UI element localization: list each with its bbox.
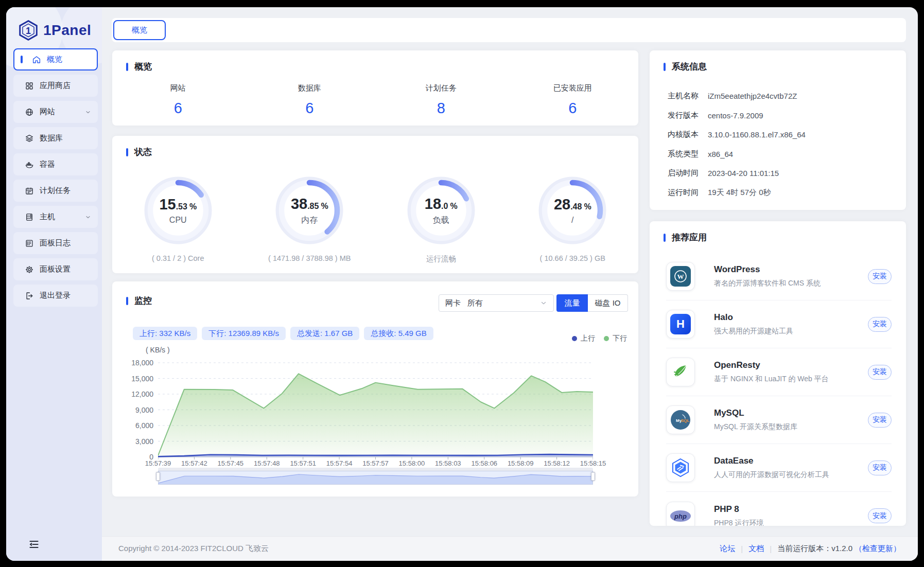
app-row-mysql: MySQL MySQL MySQL 开源关系型数据库 安装 bbox=[666, 396, 892, 444]
x-tick: 15:57:54 bbox=[319, 459, 360, 467]
collapse-sidebar-icon[interactable] bbox=[28, 538, 40, 551]
tab-overview[interactable]: 概览 bbox=[113, 20, 166, 40]
install-button[interactable]: 安装 bbox=[868, 269, 892, 284]
slider-band[interactable] bbox=[158, 471, 593, 485]
gauge-value: 28.48% bbox=[554, 196, 591, 213]
app-desc: 人人可用的开源数据可视化分析工具 bbox=[714, 470, 868, 480]
dataease-logo-icon bbox=[666, 453, 695, 482]
gauge-label: 负载 bbox=[433, 215, 449, 226]
separator: | bbox=[741, 544, 743, 553]
slider-handle-right[interactable] bbox=[591, 472, 595, 481]
y-tick: 3,000 bbox=[112, 437, 153, 446]
install-button[interactable]: 安装 bbox=[868, 460, 892, 475]
legend-up[interactable]: 上行 bbox=[572, 334, 595, 343]
x-tick: 15:58:15 bbox=[572, 459, 614, 467]
traffic-button[interactable]: 流量 bbox=[556, 294, 588, 312]
stat-value[interactable]: 6 bbox=[305, 100, 313, 117]
logo[interactable]: 1 1Panel bbox=[18, 20, 91, 41]
gauge-value: 18.0% bbox=[425, 196, 458, 212]
title-bar-accent bbox=[126, 297, 128, 305]
copyright-text: Copyright © 2014-2023 FIT2CLOUD 飞致云 bbox=[118, 544, 269, 554]
sidebar-item-host[interactable]: 主机 bbox=[13, 206, 98, 228]
app-row-wordpress: W WordPress 著名的开源博客软件和 CMS 系统 安装 bbox=[666, 253, 892, 300]
down-rate-badge: 下行: 12369.89 KB/s bbox=[202, 327, 286, 340]
stat-value[interactable]: 6 bbox=[174, 100, 182, 117]
install-button[interactable]: 安装 bbox=[868, 508, 892, 523]
sidebar-item-settings[interactable]: 面板设置 bbox=[13, 258, 98, 280]
app-name[interactable]: PHP 8 bbox=[714, 504, 868, 515]
app-name[interactable]: DataEase bbox=[714, 456, 868, 466]
stat-value[interactable]: 6 bbox=[568, 100, 577, 117]
up-rate-badge: 上行: 332 KB/s bbox=[133, 327, 197, 340]
network-card-select[interactable]: 网卡所有 bbox=[439, 294, 554, 312]
datazoom-slider[interactable] bbox=[158, 468, 593, 485]
y-tick: 12,000 bbox=[112, 390, 153, 398]
install-button[interactable]: 安装 bbox=[868, 365, 892, 380]
check-update-link[interactable]: （检查更新） bbox=[855, 544, 901, 554]
recommended-apps-card: 推荐应用 W WordPress 著名的开源博客软件和 CMS 系统 安装 bbox=[650, 221, 906, 526]
app-window: 1 1Panel 概览 应用商店 网站 数据库 bbox=[6, 7, 918, 561]
forum-link[interactable]: 论坛 bbox=[720, 544, 735, 554]
app-name[interactable]: WordPress bbox=[714, 264, 868, 275]
app-row-dataease: DataEase 人人可用的开源数据可视化分析工具 安装 bbox=[666, 444, 892, 492]
info-row-hostname: 主机名称iZm5eeatethjp2e4cvtb72Z bbox=[668, 86, 896, 106]
sidebar: 1 1Panel 概览 应用商店 网站 数据库 bbox=[6, 7, 102, 561]
sidebar-item-website[interactable]: 网站 bbox=[13, 101, 98, 123]
log-list-icon bbox=[25, 239, 34, 248]
monitor-mode-switch: 流量 磁盘 IO bbox=[556, 294, 628, 312]
sidebar-item-label: 面板设置 bbox=[40, 264, 71, 274]
sidebar-item-label: 面板日志 bbox=[40, 238, 71, 248]
sidebar-item-overview[interactable]: 概览 bbox=[13, 48, 98, 70]
status-card-title: 状态 bbox=[126, 146, 152, 158]
docs-link[interactable]: 文档 bbox=[748, 544, 764, 554]
app-desc: 著名的开源博客软件和 CMS 系统 bbox=[714, 279, 868, 288]
sidebar-item-appstore[interactable]: 应用商店 bbox=[13, 75, 98, 97]
footer: Copyright © 2014-2023 FIT2CLOUD 飞致云 论坛 |… bbox=[102, 536, 918, 561]
sidebar-item-label: 网站 bbox=[40, 107, 55, 117]
sidebar-item-cronjob[interactable]: 计划任务 bbox=[13, 180, 98, 202]
sidebar-item-container[interactable]: 容器 bbox=[13, 153, 98, 175]
monitor-card: 监控 网卡所有 流量 磁盘 IO 上行: 332 KB/s 下行: 12369.… bbox=[112, 281, 638, 497]
sidebar-item-database[interactable]: 数据库 bbox=[13, 127, 98, 149]
app-list: W WordPress 著名的开源博客软件和 CMS 系统 安装 H Halo bbox=[650, 253, 906, 526]
gauge-value: 15.53% bbox=[159, 196, 197, 213]
title-bar-accent bbox=[126, 148, 128, 156]
app-name[interactable]: MySQL bbox=[714, 408, 868, 418]
stat-value[interactable]: 8 bbox=[437, 100, 445, 117]
disk-io-button[interactable]: 磁盘 IO bbox=[588, 294, 628, 312]
openresty-logo-icon bbox=[666, 358, 695, 386]
install-button[interactable]: 安装 bbox=[868, 413, 892, 428]
slider-handle-left[interactable] bbox=[156, 472, 160, 481]
info-row-uptime: 运行时间19天 4时 57分 0秒 bbox=[668, 183, 896, 203]
monitor-card-title: 监控 bbox=[126, 295, 152, 307]
sidebar-item-logs[interactable]: 面板日志 bbox=[13, 232, 98, 254]
sidebar-item-logout[interactable]: 退出登录 bbox=[13, 285, 98, 307]
info-row-kernel: 内核版本3.10.0-1160.88.1.el7.x86_64 bbox=[668, 125, 896, 145]
legend-dot-up bbox=[572, 336, 577, 341]
y-tick: 15,000 bbox=[112, 375, 153, 383]
apps-grid-icon bbox=[25, 81, 34, 91]
app-desc: 基于 NGINX 和 LuaJIT 的 Web 平台 bbox=[714, 375, 868, 384]
main-content: 概览 概览 网站6 数据库6 计划任务8 已安装应用6 状态 15.53% bbox=[102, 7, 918, 561]
stat-installed-apps: 已安装应用6 bbox=[507, 83, 639, 117]
gauge-caption: 运行流畅 bbox=[426, 254, 456, 264]
x-tick: 15:57:51 bbox=[283, 459, 324, 467]
app-name[interactable]: OpenResty bbox=[714, 360, 868, 370]
title-bar-accent bbox=[126, 63, 128, 71]
app-name[interactable]: Halo bbox=[714, 312, 868, 323]
x-tick: 15:57:57 bbox=[355, 459, 396, 467]
app-desc: MySQL 开源关系型数据库 bbox=[714, 422, 868, 432]
chevron-down-icon bbox=[540, 299, 547, 307]
gauge-label: CPU bbox=[169, 216, 187, 225]
total-received-badge: 总接收: 5.49 GB bbox=[364, 327, 433, 340]
svg-text:W: W bbox=[677, 273, 684, 280]
app-row-php8: php PHP 8 PHP8 运行环境 安装 bbox=[666, 492, 892, 526]
legend-down[interactable]: 下行 bbox=[604, 334, 627, 343]
chart-legend: 上行 下行 bbox=[572, 334, 627, 343]
docker-icon bbox=[25, 160, 34, 169]
install-button[interactable]: 安装 bbox=[868, 317, 892, 332]
php-logo-icon: php bbox=[666, 502, 695, 526]
recommended-apps-title: 推荐应用 bbox=[664, 232, 707, 243]
x-tick: 15:57:48 bbox=[246, 459, 287, 467]
gauge-load: 18.0% 负载 运行流畅 bbox=[375, 175, 507, 264]
